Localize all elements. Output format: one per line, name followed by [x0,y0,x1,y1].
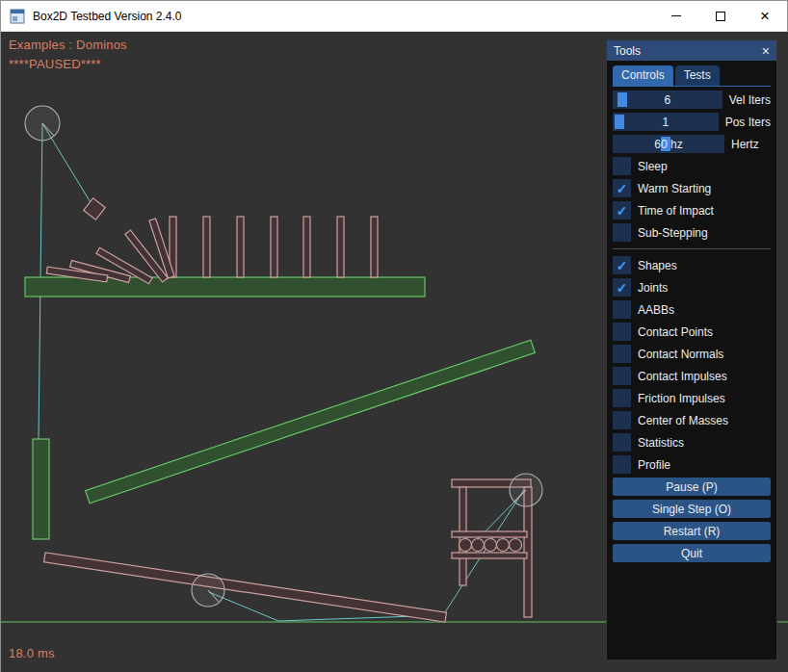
hertz-slider[interactable]: 60 hz [613,135,724,153]
checkmark-icon: ✓ [617,182,628,195]
frame-time-label: 18.0 ms [9,646,55,660]
checkbox-label: Sub-Stepping [638,226,708,240]
separator [613,248,771,249]
checkbox-label: Contact Impulses [638,370,727,383]
tabbar: Controls Tests [613,65,771,87]
checkbox-friction-impulses[interactable]: ✓ [613,389,631,407]
domino [303,217,310,277]
tab-controls[interactable]: Controls [613,65,673,86]
minimize-icon [671,15,681,16]
paused-label: ****PAUSED**** [9,57,101,71]
check-row-contact-impulses: ✓ Contact Impulses [613,367,771,385]
tab-tests[interactable]: Tests [675,65,720,86]
tools-panel: Tools × Controls Tests 6 Vel Iters [606,39,777,660]
check-row-sleep: ✓ Sleep [613,157,771,175]
check-row-contact-points: ✓ Contact Points [613,323,771,341]
ball [510,539,522,552]
vel-iters-value: 6 [664,93,670,107]
checkmark-icon: ✓ [617,281,628,295]
checkbox-time-of-impact[interactable]: ✓ [613,201,631,220]
check-row-friction-impulses: ✓ Friction Impulses [613,389,771,407]
checkbox-contact-normals[interactable]: ✓ [613,345,631,363]
simulation-canvas[interactable]: Examples : Dominos ****PAUSED**** 18.0 m… [1,32,788,672]
window-title: Box2D Testbed Version 2.4.0 [33,10,182,23]
tools-panel-titlebar[interactable]: Tools × [607,40,776,61]
restart-button[interactable]: Restart (R) [613,522,771,540]
check-row-contact-normals: ✓ Contact Normals [613,345,771,363]
hertz-label: Hertz [731,138,759,151]
checkbox-label: AABBs [638,303,674,317]
checkbox-shapes[interactable]: ✓ [613,256,631,274]
vertical-post [33,439,49,539]
domino [271,217,277,277]
pos-iters-slider[interactable]: 1 [613,113,719,131]
frame-channel-upper [452,531,527,537]
checkbox-sub-stepping[interactable]: ✓ [613,223,631,242]
checkbox-label: Contact Normals [638,348,723,361]
domino [371,217,378,277]
check-row-statistics: ✓ Statistics [613,433,771,452]
checkbox-label: Warm Starting [638,182,711,195]
seesaw-plank [44,553,447,622]
pos-iters-value: 1 [662,116,669,129]
checkbox-profile[interactable]: ✓ [613,455,631,474]
static-bodies [25,277,535,539]
checkbox-center-of-masses[interactable]: ✓ [613,411,631,429]
checkbox-label: Joints [638,281,668,295]
maximize-button[interactable] [698,1,743,31]
frame-channel-lower [452,553,527,558]
ball [460,539,472,552]
app-window: Box2D Testbed Version 2.4.0 × [0,0,788,672]
window-controls: × [654,1,787,31]
checkbox-aabbs[interactable]: ✓ [613,300,631,319]
close-icon: × [760,8,770,24]
check-row-aabbs: ✓ AABBs [613,300,771,319]
window-titlebar[interactable]: Box2D Testbed Version 2.4.0 × [1,1,787,32]
quit-button[interactable]: Quit [613,544,771,562]
checkbox-statistics[interactable]: ✓ [613,433,631,452]
checkbox-contact-points[interactable]: ✓ [613,323,631,341]
hertz-value: 60 hz [654,138,682,151]
tools-panel-title: Tools [614,44,762,58]
pendulum-box [84,198,105,220]
example-label: Examples : Dominos [9,38,127,52]
app-icon [10,9,25,24]
ball [472,539,485,552]
slider-grab[interactable] [617,92,627,107]
dynamic-bodies [44,198,532,622]
checkbox-label: Contact Points [638,325,713,339]
vel-iters-slider[interactable]: 6 [613,90,722,109]
domino [337,217,344,277]
checkbox-label: Shapes [638,259,677,272]
pos-iters-label: Pos Iters [725,116,771,129]
check-row-time-of-impact: ✓ Time of Impact [613,201,771,220]
domino [203,217,210,277]
checkbox-label: Time of Impact [638,204,714,218]
checkbox-label: Statistics [638,436,684,450]
checkbox-label: Center of Masses [638,414,728,427]
tools-panel-body: Controls Tests 6 Vel Iters 1 P [607,61,776,562]
checkbox-warm-starting[interactable]: ✓ [613,179,631,197]
slider-grab[interactable] [615,115,624,129]
vel-iters-label: Vel Iters [729,93,771,107]
ball [497,539,510,552]
check-row-warm-starting: ✓ Warm Starting [613,179,771,197]
checkmark-icon: ✓ [617,204,628,218]
checkbox-sleep[interactable]: ✓ [613,157,631,175]
pause-button[interactable]: Pause (P) [613,478,771,496]
check-row-sub-stepping: ✓ Sub-Stepping [613,223,771,242]
slider-row-vel-iters: 6 Vel Iters [613,90,771,109]
checkbox-joints[interactable]: ✓ [613,278,631,297]
tools-close-icon[interactable]: × [762,44,770,58]
check-row-profile: ✓ Profile [613,455,771,474]
domino [237,217,244,277]
single-step-button[interactable]: Single Step (O) [613,500,771,518]
checkbox-label: Friction Impulses [638,392,725,405]
ball [485,539,497,552]
minimize-button[interactable] [654,1,698,31]
maximize-icon [716,12,725,21]
slider-row-hertz: 60 hz Hertz [613,135,771,153]
slider-row-pos-iters: 1 Pos Iters [613,113,771,131]
close-button[interactable]: × [743,1,787,31]
checkbox-contact-impulses[interactable]: ✓ [613,367,631,385]
